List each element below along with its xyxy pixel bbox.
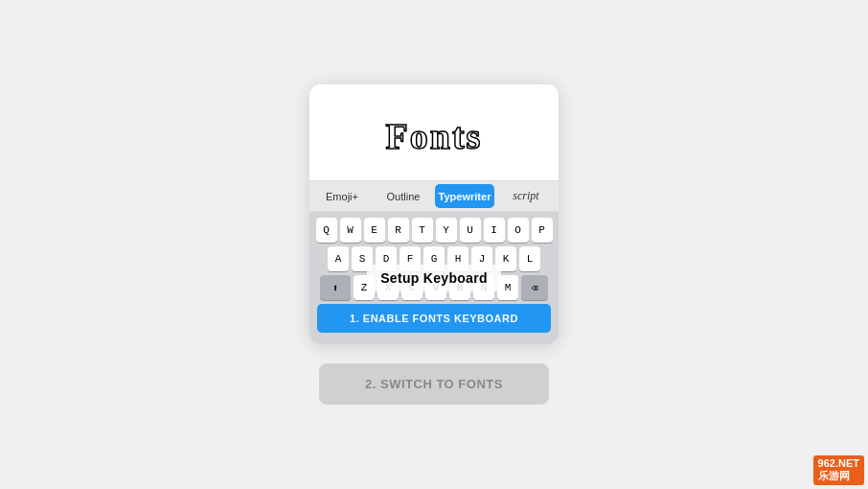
keyboard-area: Setup Keyboard Q W E R T Y U I O P A S D… [309, 212, 559, 344]
tab-bar: Emoji+ Outline Typewriter script [309, 180, 559, 212]
setup-overlay: Setup Keyboard [309, 212, 559, 344]
tab-emoji[interactable]: Emoji+ [312, 184, 372, 208]
app-title: Fonts [386, 115, 483, 157]
tab-outline[interactable]: Outline [374, 184, 433, 208]
tab-typewriter[interactable]: Typewriter [435, 184, 494, 208]
tab-script[interactable]: script [496, 184, 556, 208]
switch-button[interactable]: 2. SWITCH TO FONTS [319, 363, 549, 405]
phone-screen: Fonts Emoji+ Outline Typewriter script S… [309, 84, 559, 344]
switch-button-container: 2. SWITCH TO FONTS [319, 363, 549, 405]
phone-container: Fonts Emoji+ Outline Typewriter script S… [309, 84, 559, 405]
setup-label: Setup Keyboard [367, 265, 501, 291]
screen-top: Fonts [309, 84, 559, 180]
watermark: 962.NET乐游网 [813, 455, 864, 485]
